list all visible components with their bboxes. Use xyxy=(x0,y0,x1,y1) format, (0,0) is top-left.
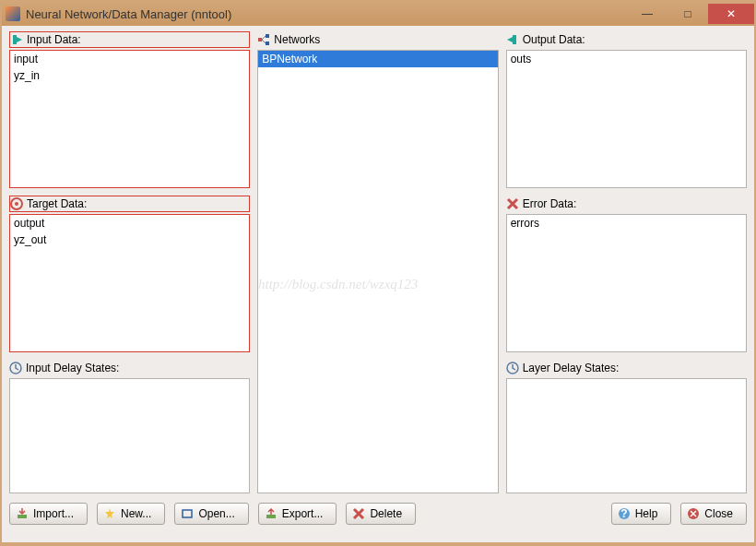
layer-delay-list[interactable] xyxy=(506,378,747,493)
svg-rect-12 xyxy=(183,510,192,517)
list-item[interactable]: outs xyxy=(507,51,746,67)
clock-icon xyxy=(506,362,519,374)
networks-list[interactable]: BPNetwork xyxy=(257,50,498,493)
list-item[interactable]: errors xyxy=(507,215,746,231)
list-item[interactable]: input xyxy=(10,51,249,67)
error-data-icon xyxy=(506,197,519,210)
target-data-panel: Target Data: output yz_out xyxy=(9,196,250,352)
svg-rect-1 xyxy=(258,38,262,42)
error-data-list[interactable]: errors xyxy=(506,214,747,352)
minimize-button[interactable]: — xyxy=(627,4,667,24)
help-button[interactable]: ?Help xyxy=(611,503,672,525)
layer-delay-label: Layer Delay States: xyxy=(523,362,620,374)
networks-label: Networks xyxy=(274,33,320,46)
open-button[interactable]: Open... xyxy=(174,503,248,525)
titlebar: Neural Network/Data Manager (nntool) — □… xyxy=(2,2,754,26)
new-icon xyxy=(103,507,116,520)
import-icon xyxy=(16,507,29,520)
svg-rect-13 xyxy=(266,515,276,518)
export-icon xyxy=(265,507,278,520)
svg-rect-0 xyxy=(13,35,17,44)
target-data-icon xyxy=(10,197,23,210)
window-title: Neural Network/Data Manager (nntool) xyxy=(26,7,627,21)
export-button[interactable]: Export... xyxy=(258,503,337,525)
help-icon: ? xyxy=(618,507,631,520)
list-item[interactable]: yz_out xyxy=(10,231,249,248)
clock-icon xyxy=(9,362,22,374)
output-data-label: Output Data: xyxy=(523,33,585,46)
button-bar: Import... New... Open... Export... Delet… xyxy=(9,503,747,525)
svg-line-5 xyxy=(262,40,266,43)
output-data-panel: Output Data: outs xyxy=(506,31,747,188)
delete-button[interactable]: Delete xyxy=(346,503,416,525)
app-icon xyxy=(6,6,20,21)
networks-icon xyxy=(257,33,270,46)
input-data-list[interactable]: input yz_in xyxy=(9,50,250,188)
maximize-button[interactable]: □ xyxy=(667,4,708,24)
target-data-list[interactable]: output yz_out xyxy=(9,214,250,352)
svg-point-8 xyxy=(15,202,18,206)
target-data-label: Target Data: xyxy=(27,197,87,210)
input-delay-panel: Input Delay States: xyxy=(9,360,250,493)
layer-delay-panel: Layer Delay States: xyxy=(506,360,747,493)
close-window-button[interactable]: ✕ xyxy=(708,4,754,24)
list-item[interactable]: output xyxy=(10,215,249,231)
input-data-panel: Input Data: input yz_in xyxy=(9,31,250,188)
input-delay-list[interactable] xyxy=(9,378,250,493)
input-data-label: Input Data: xyxy=(27,33,81,46)
svg-text:?: ? xyxy=(620,507,627,520)
list-item[interactable]: yz_in xyxy=(10,67,249,84)
input-delay-label: Input Delay States: xyxy=(26,362,119,374)
svg-rect-2 xyxy=(266,34,269,38)
open-icon xyxy=(181,507,194,520)
close-icon xyxy=(687,507,700,520)
svg-rect-6 xyxy=(513,35,516,44)
list-item[interactable]: BPNetwork xyxy=(258,51,497,67)
input-data-icon xyxy=(10,33,23,46)
svg-rect-11 xyxy=(18,515,27,518)
output-data-icon xyxy=(506,33,519,46)
output-data-list[interactable]: outs xyxy=(506,50,747,188)
close-button[interactable]: Close xyxy=(680,503,747,525)
error-data-panel: Error Data: errors xyxy=(506,196,747,352)
svg-line-4 xyxy=(262,36,266,40)
new-button[interactable]: New... xyxy=(97,503,165,525)
svg-rect-3 xyxy=(266,42,269,45)
import-button[interactable]: Import... xyxy=(9,503,88,525)
delete-icon xyxy=(352,507,365,520)
networks-panel: Networks BPNetwork xyxy=(257,31,498,493)
error-data-label: Error Data: xyxy=(523,197,577,210)
content-area: Input Data: input yz_in Networks BPNetwo… xyxy=(2,26,754,542)
